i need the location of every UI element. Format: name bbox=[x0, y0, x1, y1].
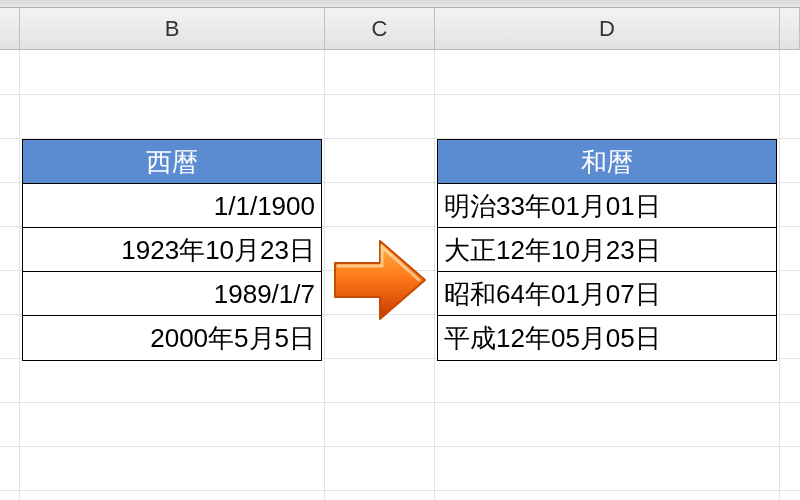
window-toolbar-strip bbox=[0, 0, 800, 8]
cell-western-1[interactable]: 1923年10月23日 bbox=[23, 228, 321, 272]
table-western-dates: 西暦 1/1/1900 1923年10月23日 1989/1/7 2000年5月… bbox=[22, 139, 322, 361]
gridline bbox=[434, 50, 435, 500]
spreadsheet-grid[interactable]: B C D 西暦 1/1/1900 1923年10月23日 1989/1/7 2… bbox=[0, 8, 800, 500]
gridline bbox=[0, 446, 800, 447]
column-header-C[interactable]: C bbox=[325, 8, 435, 49]
right-arrow-icon bbox=[330, 235, 430, 325]
column-header-B[interactable]: B bbox=[20, 8, 325, 49]
table-header-western[interactable]: 西暦 bbox=[23, 140, 321, 184]
cell-japanese-2[interactable]: 昭和64年01月07日 bbox=[438, 272, 776, 316]
cell-japanese-3[interactable]: 平成12年05月05日 bbox=[438, 316, 776, 360]
gridline bbox=[0, 490, 800, 491]
cell-japanese-1[interactable]: 大正12年10月23日 bbox=[438, 228, 776, 272]
gridline bbox=[324, 50, 325, 500]
column-header-E[interactable] bbox=[780, 8, 800, 49]
table-header-japanese[interactable]: 和暦 bbox=[438, 140, 776, 184]
gridline bbox=[0, 402, 800, 403]
cell-western-0[interactable]: 1/1/1900 bbox=[23, 184, 321, 228]
cell-western-2[interactable]: 1989/1/7 bbox=[23, 272, 321, 316]
gridline bbox=[0, 94, 800, 95]
gridline bbox=[19, 50, 20, 500]
column-header-row: B C D bbox=[0, 8, 800, 50]
cell-japanese-0[interactable]: 明治33年01月01日 bbox=[438, 184, 776, 228]
column-header-D[interactable]: D bbox=[435, 8, 780, 49]
table-japanese-era-dates: 和暦 明治33年01月01日 大正12年10月23日 昭和64年01月07日 平… bbox=[437, 139, 777, 361]
row-header-spacer bbox=[0, 8, 20, 49]
cell-western-3[interactable]: 2000年5月5日 bbox=[23, 316, 321, 360]
grid-body[interactable]: 西暦 1/1/1900 1923年10月23日 1989/1/7 2000年5月… bbox=[0, 50, 800, 500]
gridline bbox=[779, 50, 780, 500]
